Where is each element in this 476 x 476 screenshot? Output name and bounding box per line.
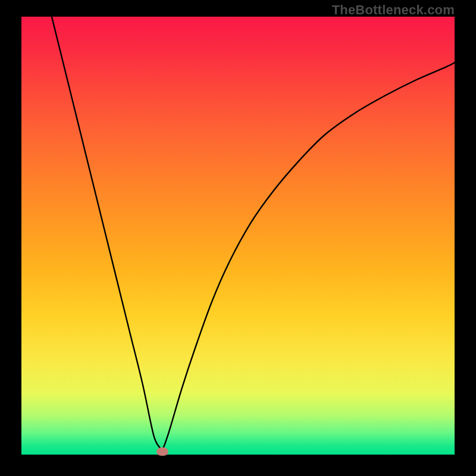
plot-area bbox=[21, 17, 455, 455]
minimum-marker bbox=[156, 447, 168, 456]
source-attribution: TheBottleneck.com bbox=[332, 2, 455, 18]
bottleneck-curve bbox=[21, 17, 455, 455]
chart-frame: TheBottleneck.com bbox=[0, 0, 476, 476]
